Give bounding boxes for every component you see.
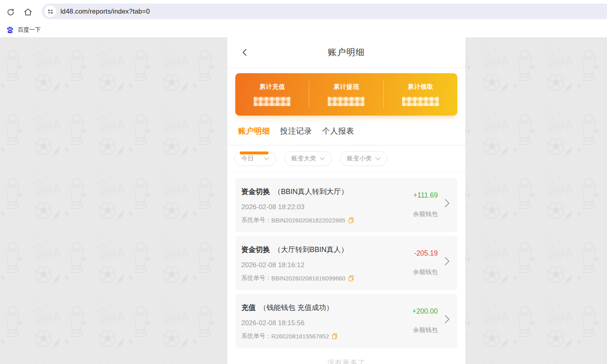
tab-personal-report[interactable]: 个人报表	[322, 126, 354, 145]
txn-wallet: 余额钱包	[413, 326, 438, 334]
site-settings-icon[interactable]	[44, 6, 56, 17]
bookmark-baidu[interactable]: 百度一下	[18, 26, 41, 34]
url-bar[interactable]: ld48.com/reports/index?tab=0	[42, 4, 607, 19]
page-title: 账户明细	[328, 46, 365, 58]
txn-type: 充值	[241, 304, 256, 312]
txn-order-label: 系统单号：	[241, 216, 271, 224]
chevron-down-icon	[264, 157, 269, 160]
back-icon[interactable]	[239, 47, 250, 58]
stat-total-claim: 累计领取	[384, 83, 457, 106]
chevron-right-icon	[445, 315, 450, 325]
stat-label: 累计领取	[384, 83, 457, 91]
filter-label: 账变小类	[347, 154, 372, 163]
txn-desc: （钱能钱包 充值成功）	[259, 304, 333, 312]
transaction-row[interactable]: 充值（钱能钱包 充值成功） 2026-02-08 18:15:56 系统单号： …	[235, 294, 457, 348]
stat-label: 累计充值	[235, 83, 309, 91]
chevron-down-icon	[320, 157, 325, 160]
transaction-row[interactable]: 资金切换（大厅转到BBIN真人） 2026-02-08 18:16:12 系统单…	[235, 236, 457, 290]
stat-total-withdraw: 累计提现	[309, 83, 383, 106]
txn-order-label: 系统单号：	[241, 332, 271, 340]
txn-wallet: 余额钱包	[413, 268, 438, 276]
txn-amount: -205.19	[414, 249, 438, 258]
masked-value	[328, 97, 365, 106]
svg-text:du: du	[9, 30, 11, 32]
txn-order-label: 系统单号：	[241, 274, 271, 282]
txn-amount: +111.69	[413, 191, 438, 200]
filter-bar: 今日 账变大类 账变小类	[227, 146, 465, 172]
txn-wallet: 余额钱包	[413, 210, 438, 218]
filter-minor-type-dropdown[interactable]: 账变小类	[340, 151, 387, 166]
chevron-right-icon	[445, 199, 450, 209]
tab-bar: 账户明细 投注记录 个人报表	[227, 126, 465, 146]
masked-value	[254, 97, 290, 106]
transaction-list: 资金切换（BBIN真人转到大厅） 2026-02-08 18:22:03 系统单…	[227, 172, 465, 348]
bookmarks-bar: du 百度一下	[0, 22, 607, 37]
txn-order-no: R2602081815567852	[271, 333, 329, 340]
copy-icon[interactable]	[348, 275, 354, 282]
filter-label: 今日	[241, 154, 254, 163]
reload-icon[interactable]	[5, 7, 16, 17]
txn-amount: +200.00	[412, 307, 438, 316]
txn-desc: （大厅转到BBIN真人）	[274, 246, 348, 254]
copy-icon[interactable]	[332, 333, 338, 340]
txn-desc: （BBIN真人转到大厅）	[274, 188, 348, 196]
url-text[interactable]: ld48.com/reports/index?tab=0	[60, 8, 150, 15]
home-icon[interactable]	[23, 7, 33, 17]
txn-order-no: BBIN202602081816099660	[271, 275, 345, 282]
transaction-row[interactable]: 资金切换（BBIN真人转到大厅） 2026-02-08 18:22:03 系统单…	[235, 178, 457, 232]
txn-type: 资金切换	[241, 246, 270, 254]
tab-account-detail[interactable]: 账户明细	[238, 126, 270, 145]
txn-type: 资金切换	[241, 188, 270, 196]
tab-bet-records[interactable]: 投注记录	[280, 126, 312, 145]
baidu-favicon: du	[6, 26, 14, 34]
txn-order-no: BBIN202602081822022885	[271, 217, 345, 224]
account-detail-panel: 账户明细 累计充值 累计提现 累计领取 账户明细 投注记录 个人报表	[227, 37, 465, 364]
page-background: FIFA 账户明细	[0, 37, 607, 364]
chevron-right-icon	[445, 257, 450, 267]
copy-icon[interactable]	[348, 217, 354, 224]
browser-toolbar: ld48.com/reports/index?tab=0	[0, 0, 607, 22]
no-more-text: 没有更多了	[227, 358, 465, 364]
chevron-down-icon	[375, 157, 381, 160]
filter-label: 账变大类	[291, 154, 316, 163]
panel-header: 账户明细	[227, 37, 465, 68]
masked-value	[402, 97, 439, 106]
filter-major-type-dropdown[interactable]: 账变大类	[284, 151, 332, 166]
stat-label: 累计提现	[309, 83, 383, 91]
stat-total-deposit: 累计充值	[235, 83, 309, 106]
summary-card: 累计充值 累计提现 累计领取	[235, 73, 457, 116]
